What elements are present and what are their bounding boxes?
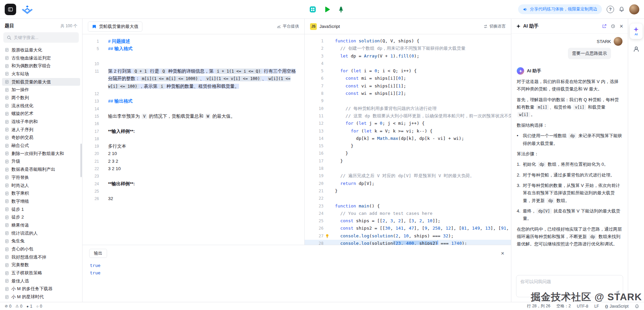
sidebar-item[interactable]: 五子棋获胜策略 <box>2 269 80 277</box>
sidebar-item[interactable]: 时尚达人 <box>2 182 80 190</box>
sidebar-item[interactable]: 货船载货量的最大值 <box>2 78 80 86</box>
sidebar-item[interactable]: 兔生兔 <box>2 237 80 245</box>
info-count[interactable]: ●1 <box>26 304 32 309</box>
code-line[interactable]: 1function solution(Q, V, ships) { <box>305 37 511 45</box>
sidebar-toggle-button[interactable] <box>5 4 16 15</box>
code-line[interactable]: 27 console.log(solution(2, 10, ships) ==… <box>305 232 511 240</box>
promo-banner[interactable]: 分享代码练习体验，领限量定制周边 <box>518 4 602 14</box>
eol-sequence[interactable]: LF <box>594 304 599 309</box>
problem-line-text: 2 3 2 <box>99 158 304 165</box>
run-button[interactable] <box>323 5 331 14</box>
sidebar-item[interactable]: 小 M 的星球时代 <box>2 293 80 301</box>
sidebar-item[interactable]: 徒步 2 <box>2 213 80 221</box>
code-line[interactable]: 17 } <box>305 157 511 165</box>
format-button[interactable] <box>308 5 317 14</box>
code-line[interactable]: 20 return dp[V]; <box>305 180 511 187</box>
sidebar-item[interactable]: 数据表是否能顺利产出 <box>2 165 80 173</box>
code-line[interactable]: 16 } <box>305 150 511 157</box>
notifications-button[interactable] <box>619 6 624 12</box>
code-line[interactable]: 5 for (let i = 0; i < Q; i++) { <box>305 67 511 75</box>
error-count[interactable]: ⊘0 <box>5 304 11 309</box>
sidebar-item[interactable]: 和为偶数的数字组合 <box>2 62 80 70</box>
code-line[interactable]: 19 // 遍历完成之后 V 对应的 dp[V] 即是预算到 V 时的最大负荷。 <box>305 172 511 180</box>
ai-assistant-button[interactable]: AI <box>630 24 643 39</box>
code-line[interactable]: 26 const ships2 = [[30, 141, 47], [9, 25… <box>305 225 511 232</box>
switch-language-button[interactable]: 切换语言 <box>483 24 506 29</box>
help-button[interactable]: ? <box>607 6 614 13</box>
megaphone-icon <box>523 7 528 12</box>
debug-button[interactable] <box>337 5 345 14</box>
code-line[interactable]: 8 const wi = ships[i][2]; <box>305 90 511 97</box>
sidebar-item[interactable]: 最佳人选 <box>2 277 80 285</box>
sidebar-item[interactable]: 连续子串的和 <box>2 118 80 126</box>
sidebar-item[interactable]: 我好想逃但逃不掉 <box>2 253 80 261</box>
code-line[interactable]: 25 const ships = [[2, 3, 2], [3, 2, 10]]… <box>305 217 511 225</box>
sidebar-item[interactable]: 古生物血缘远近判定 <box>2 54 80 62</box>
code-line[interactable]: 2 // 创建一个数组 dp，用来记录不同预算下能获得的最大载货量 <box>305 45 511 52</box>
sidebar-item[interactable]: 徒步 1 <box>2 205 80 214</box>
share-icon[interactable] <box>602 24 607 29</box>
problem-title-chip[interactable]: 货船载货量的最大值 <box>88 22 142 32</box>
sidebar-item[interactable]: 两个数列 <box>2 94 80 102</box>
code-editor[interactable]: 1function solution(Q, V, ships) {2 // 创建… <box>305 34 511 245</box>
code-line[interactable]: 7 const vi = ships[i][1]; <box>305 82 511 90</box>
sidebar-item[interactable]: 小 M 的多任务下载器 <box>2 285 80 293</box>
chat-input[interactable] <box>516 275 623 297</box>
sidebar-item[interactable]: 融合公式 <box>2 142 80 150</box>
sidebar-item[interactable]: 股票收益最大化 <box>2 46 80 54</box>
indentation[interactable]: 空格：2 <box>556 303 571 309</box>
code-line[interactable]: 21} <box>305 187 511 195</box>
scrollbar-thumb[interactable] <box>80 144 82 177</box>
chat-input-box[interactable] <box>516 275 623 297</box>
code-line[interactable]: 13 for (let k = V; k >= vi; k--) { <box>305 127 511 135</box>
encoding[interactable]: UTF-8 <box>577 304 588 309</box>
code-line[interactable]: 10 // 每种货船利用多重背包问题的方法进行处理 <box>305 105 511 112</box>
send-icon[interactable] <box>615 289 620 295</box>
hint-count[interactable]: ○0 <box>36 304 42 309</box>
code-line[interactable]: 14 dp[k] = Math.max(dp[k], dp[k - vi] + … <box>305 135 511 142</box>
sidebar-item[interactable]: 升级 <box>2 158 80 166</box>
cursor-position[interactable]: 行 28，列 26 <box>527 303 550 309</box>
search-box[interactable] <box>3 32 79 43</box>
language-tab[interactable]: JS JavaScript <box>310 23 340 30</box>
sidebar-item[interactable]: 数字乘积 <box>2 189 80 197</box>
code-line[interactable]: 6 const mi = ships[i][0]; <box>305 75 511 82</box>
sidebar-item[interactable]: 流水线优化 <box>2 102 80 110</box>
code-line[interactable]: 3 let dp = Array(V + 1).fill(0); <box>305 52 511 60</box>
output-tab[interactable]: 输出 <box>89 249 107 258</box>
sidebar-item[interactable]: 迷人子序列 <box>2 126 80 134</box>
app-logo[interactable] <box>21 5 34 14</box>
code-line[interactable]: 23function main() { <box>305 202 511 210</box>
code-line[interactable]: 18 <box>305 165 511 172</box>
code-line[interactable]: 28 console.log(solution(23, 400, ships2)… <box>305 240 511 245</box>
code-text <box>324 60 335 67</box>
sidebar-item[interactable]: 字符替换 <box>2 173 80 182</box>
close-icon[interactable]: × <box>619 23 623 29</box>
sidebar-item[interactable]: 加一操作 <box>2 86 80 94</box>
close-icon[interactable]: × <box>501 250 504 256</box>
history-icon[interactable] <box>611 24 615 29</box>
code-line[interactable]: 24 // You can add more test cases here <box>305 210 511 217</box>
sidebar-item[interactable]: 贪心的小包 <box>2 245 80 253</box>
code-line[interactable]: 9 <box>305 97 511 105</box>
feedback-icon[interactable] <box>635 304 639 309</box>
code-line[interactable]: 4 <box>305 60 511 67</box>
warning-count[interactable]: ⚠0 <box>15 304 23 309</box>
language-mode[interactable]: {} JavaScript <box>605 304 629 309</box>
user-avatar[interactable] <box>629 4 639 14</box>
text-segment: 数组，将所有位置初始化为 0。 <box>546 162 608 167</box>
sidebar-item[interactable]: 螺旋的艺术 <box>2 110 80 118</box>
sidebar-item[interactable]: 完美整数 <box>2 261 80 269</box>
code-line[interactable]: 15 } <box>305 142 511 150</box>
search-input[interactable] <box>14 35 75 40</box>
sidebar-item[interactable]: 奇妙的交易 <box>2 134 80 142</box>
code-line[interactable]: 11 // 这里 dp 数组要从大到小循环更新，以确保使用本船只时，前一次的预算… <box>305 112 511 120</box>
code-line[interactable]: 12 for (let j = 0; j < mi; j++) { <box>305 120 511 127</box>
profile-icon[interactable] <box>633 46 640 52</box>
sidebar-item[interactable]: 火车站场 <box>2 70 80 78</box>
sidebar-item[interactable]: 糖果传递 <box>2 221 80 229</box>
sidebar-item[interactable]: 数字增殖 <box>2 197 80 205</box>
sidebar-item[interactable]: 删除一次得到子数组最大和 <box>2 150 80 158</box>
sidebar-item[interactable]: 统计说谎的人 <box>2 229 80 237</box>
code-line[interactable]: 22 <box>305 195 511 202</box>
